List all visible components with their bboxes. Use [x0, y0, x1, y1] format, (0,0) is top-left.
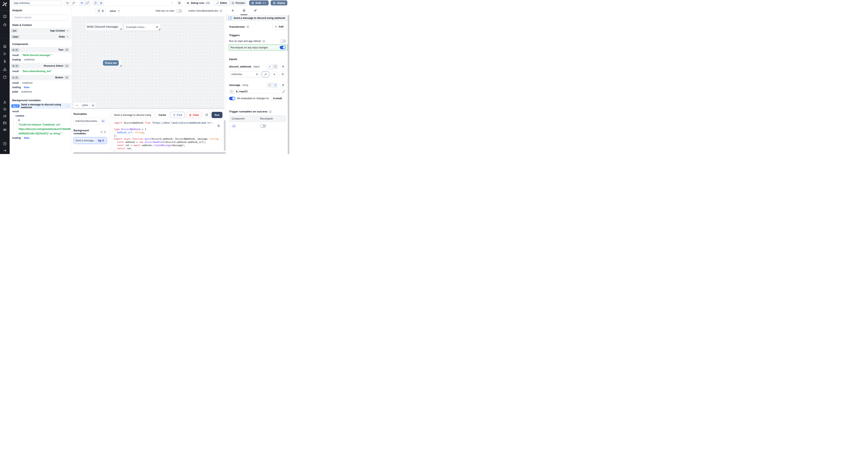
reeval-toggle[interactable]	[229, 97, 235, 100]
chevron-down-icon[interactable]	[66, 30, 69, 32]
refresh-code-button[interactable]	[203, 112, 210, 118]
clear-button[interactable]: Clear	[186, 112, 202, 118]
resize-handle[interactable]	[158, 29, 160, 30]
bg0-row[interactable]: bg_0 Send a message to discord using web…	[10, 103, 71, 109]
tab-styling-brush-icon[interactable]	[250, 6, 261, 15]
tab-insert-plus-icon[interactable]	[227, 6, 238, 15]
run-mode-dropdown[interactable]: once	[110, 9, 120, 12]
ctx-row[interactable]: ctx App Context	[10, 28, 71, 34]
fullscreen-icon[interactable]	[85, 1, 90, 5]
edit-pencil-icon[interactable]	[67, 105, 69, 107]
eval-function-icon[interactable]: f	[273, 83, 278, 88]
audit-eye-icon[interactable]	[3, 128, 7, 132]
folders-icon[interactable]	[3, 121, 7, 125]
zoom-in-button[interactable]	[90, 103, 96, 108]
debug-runs-button[interactable]: Debug runs (23)	[185, 0, 212, 5]
clear-x-icon[interactable]	[156, 26, 158, 28]
variables-dollar-icon[interactable]	[3, 59, 7, 63]
recompute-c-toggle[interactable]	[260, 124, 266, 128]
run-on-start-toggle[interactable]	[280, 39, 286, 43]
home-icon[interactable]	[3, 44, 7, 48]
info-icon[interactable]	[246, 25, 249, 28]
transformer-label: Transformer	[229, 25, 245, 28]
deploy-button[interactable]: Deploy	[271, 0, 287, 5]
add-bg-runnable-button[interactable]	[102, 130, 107, 134]
workers-robot-icon[interactable]	[3, 114, 7, 118]
connect-plug-icon[interactable]	[280, 64, 286, 69]
tab-editor[interactable]: Editor	[214, 1, 229, 5]
help-icon[interactable]	[3, 142, 7, 146]
component-a-row[interactable]: a Text	[10, 47, 71, 53]
expand-icon[interactable]	[282, 90, 285, 93]
hide-bar-toggle[interactable]	[176, 9, 182, 13]
more-menu-icon[interactable]	[170, 1, 174, 4]
info-icon[interactable]	[269, 110, 272, 113]
settings-scrollbar[interactable]	[288, 15, 289, 154]
add-transformer-button[interactable]: Add	[272, 24, 286, 30]
add-resource-button[interactable]	[271, 71, 278, 77]
resources-cubes-icon[interactable]	[3, 67, 7, 71]
state-row[interactable]: state State	[10, 34, 71, 39]
code-editor[interactable]: import discordwebhook from "https://deno…	[112, 120, 224, 151]
desktop-view-icon[interactable]	[98, 1, 104, 5]
runnable-item[interactable]: hub/1511/discord/se... c	[73, 118, 107, 125]
connect-plug-icon[interactable]	[280, 82, 286, 88]
app-summary-input[interactable]	[12, 1, 62, 5]
run-button[interactable]: Run	[212, 112, 222, 118]
collapse-chevron-up-icon[interactable]	[65, 76, 69, 79]
resize-handle[interactable]	[120, 65, 122, 66]
message-expression-editor[interactable]: 1 b.result	[229, 89, 286, 94]
button-widget-container: Press me	[102, 60, 121, 66]
apps-icon[interactable]	[3, 14, 7, 19]
center-align-icon[interactable]	[79, 1, 84, 5]
recompute-toggle[interactable]	[280, 46, 286, 49]
outputs-search-input[interactable]	[14, 16, 66, 19]
resource-value: u/henri/te...	[231, 73, 244, 76]
canvas-grid[interactable]: Write Discord message: Example resou... …	[72, 16, 224, 109]
clear-x-icon[interactable]	[256, 73, 258, 75]
undo-button[interactable]	[64, 1, 70, 5]
horizontal-scrollbar[interactable]	[73, 152, 226, 154]
settings-gear-icon[interactable]	[3, 107, 7, 111]
user-icon[interactable]	[3, 100, 7, 104]
tab-preview[interactable]: Preview	[229, 1, 247, 5]
copy-icon[interactable]	[217, 124, 220, 127]
zoom-out-button[interactable]	[74, 103, 80, 108]
reeval-target-badge[interactable]: b.result	[271, 96, 284, 101]
cache-button[interactable]: Cache	[156, 112, 169, 118]
chevron-down-icon[interactable]	[66, 36, 69, 38]
docs-book-button[interactable]	[176, 0, 183, 5]
draft-button[interactable]: Draft ⌘S	[249, 0, 269, 5]
runnable-name-input[interactable]	[112, 112, 155, 118]
press-me-button[interactable]: Press me	[103, 60, 119, 66]
eval-function-icon[interactable]: f	[273, 64, 278, 69]
refresh-count-button[interactable]: 0	[95, 8, 106, 14]
collapse-arrow-icon[interactable]	[3, 148, 7, 153]
runs-play-icon[interactable]	[3, 52, 7, 56]
refresh-resource-button[interactable]	[279, 71, 286, 77]
collapse-chevron-up-icon[interactable]	[65, 48, 69, 52]
code-vertical-scrollbar[interactable]	[224, 120, 225, 151]
top-toolbar: Debug runs (23) Editor Preview Draft ⌘S	[10, 0, 289, 6]
edit-resource-button[interactable]	[262, 71, 269, 77]
info-icon[interactable]	[220, 9, 222, 12]
info-icon[interactable]	[262, 40, 265, 42]
static-pencil-icon[interactable]	[267, 83, 272, 88]
component-b-row[interactable]: b Resource Select	[10, 63, 71, 69]
tab-component-settings-icon[interactable]	[238, 6, 250, 15]
text-widget[interactable]: Write Discord message:	[86, 23, 122, 30]
resource-select-widget[interactable]: Example resou...	[124, 23, 161, 31]
mobile-view-icon[interactable]	[93, 1, 98, 5]
static-pencil-icon[interactable]	[267, 64, 272, 69]
collapse-chevron-up-icon[interactable]	[65, 64, 69, 67]
redo-button[interactable]	[70, 1, 76, 5]
fork-button[interactable]: Fork	[170, 112, 185, 118]
bg-runnable-item[interactable]: Send a message... bg_0	[73, 137, 107, 144]
deploy-label: Deploy	[277, 2, 285, 4]
resource-select[interactable]: u/henri/te...	[229, 71, 260, 77]
star-icon[interactable]	[3, 23, 7, 27]
component-c-row[interactable]: c Button	[10, 75, 71, 80]
windmill-logo[interactable]	[2, 2, 7, 7]
schedules-calendar-icon[interactable]	[3, 75, 7, 79]
resize-handle[interactable]	[120, 28, 122, 30]
